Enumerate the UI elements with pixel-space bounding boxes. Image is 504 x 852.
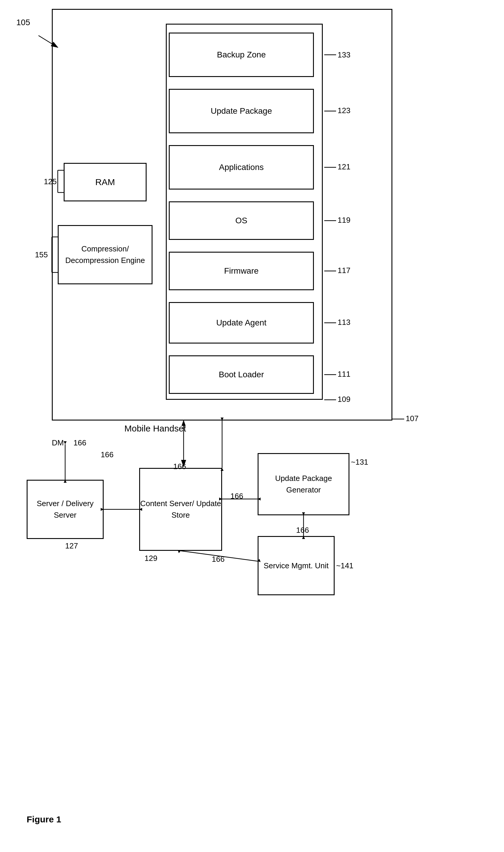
ref-166-5: 166 (296, 526, 309, 535)
update-agent-box: Update Agent (169, 302, 314, 344)
content-server-box: Content Server/ Update Store (139, 468, 222, 551)
os-box: OS (169, 201, 314, 240)
applications-box: Applications (169, 145, 314, 189)
figure-label: Figure 1 (26, 814, 61, 824)
update-package-box: Update Package (169, 89, 314, 133)
ref-127: 127 (65, 541, 78, 550)
ref-123: 123 (338, 106, 350, 115)
backup-zone-box: Backup Zone (169, 33, 314, 77)
server-delivery-box: Server / Delivery Server (26, 480, 104, 539)
ref-155: 155 (35, 250, 48, 259)
label-105: 105 (16, 18, 30, 27)
ref-131: ~131 (351, 457, 368, 467)
ref-107: 107 (406, 414, 418, 423)
service-mgmt-box: Service Mgmt. Unit (258, 536, 335, 595)
ref-166-4: 166 (230, 492, 243, 501)
boot-loader-box: Boot Loader (169, 356, 314, 394)
mobile-handset-label: Mobile Handset (124, 423, 186, 434)
ram-box: RAM (64, 163, 147, 201)
ref-129: 129 (144, 554, 157, 563)
ref-111: 111 (338, 369, 350, 379)
firmware-box: Firmware (169, 252, 314, 290)
ref-166-3: 166 (173, 462, 186, 471)
ref-166-2: 166 (101, 450, 113, 459)
diagram-container: 105 Backup Zone Update Package Applicati… (0, 0, 504, 852)
ref-119: 119 (338, 216, 350, 225)
update-package-gen-box: Update Package Generator (258, 453, 349, 515)
svg-marker-34 (64, 441, 67, 444)
ref-121: 121 (338, 162, 350, 171)
ref-109: 109 (338, 395, 350, 404)
ref-166-1: 166 (73, 438, 86, 448)
ref-113: 113 (338, 318, 350, 327)
ref-133: 133 (338, 50, 350, 59)
ref-117: 117 (338, 266, 350, 275)
ref-166-6: 166 (212, 555, 224, 564)
compression-box: Compression/ Decompression Engine (58, 225, 152, 284)
ref-125: 125 (44, 177, 57, 186)
ref-141: ~141 (336, 561, 354, 570)
ref-166-dm: DM (52, 438, 64, 448)
